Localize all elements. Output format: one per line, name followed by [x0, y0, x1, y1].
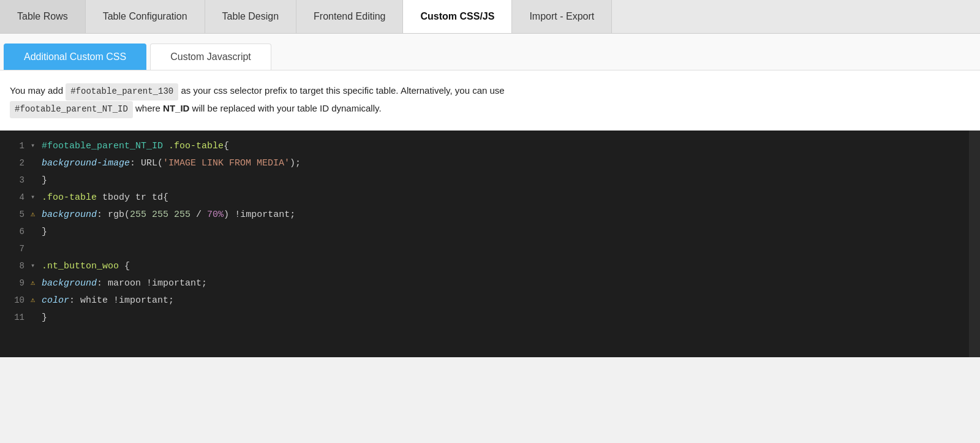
info-line2-prefix: where — [133, 103, 163, 113]
code-content: background: rgb(255 255 255 / 70%) !impo… — [42, 207, 973, 223]
code-content: } — [42, 173, 973, 189]
code-token: maroon — [108, 278, 146, 289]
code-editor[interactable]: 1▾#footable_parent_NT_ID .foo-table{2bac… — [0, 131, 980, 357]
code-token: !important — [235, 210, 290, 220]
code-line: 7 — [0, 241, 980, 258]
line-number: 2 — [7, 156, 24, 171]
code-token: tbody tr td — [97, 192, 163, 203]
code-token: } — [42, 312, 47, 323]
main-tabs-bar: Table Rows Table Configuration Table Des… — [0, 0, 980, 34]
code-token: background-image — [42, 158, 130, 168]
code-content: } — [42, 310, 973, 326]
code-content: } — [42, 224, 973, 240]
code-token: background — [42, 210, 97, 220]
code-content: background-image: URL('IMAGE LINK FROM M… — [42, 156, 973, 172]
code-token: #footable_parent_NT_ID — [42, 141, 163, 151]
tab-table-rows[interactable]: Table Rows — [0, 0, 86, 33]
code-line: 10⚠color: white !important; — [0, 292, 980, 309]
code-token: : — [97, 210, 108, 220]
line-number: 1 — [7, 139, 24, 154]
code-token: background — [42, 278, 97, 289]
code-token: { — [124, 261, 130, 271]
code-line: 6} — [0, 224, 980, 241]
line-number: 7 — [7, 242, 24, 257]
line-number: 5 — [7, 208, 24, 222]
info-text-block: You may add #footable_parent_130 as your… — [0, 70, 980, 131]
warning-icon: ⚠ — [31, 277, 39, 289]
info-line2-suffix: will be replaced with your table ID dyna… — [189, 103, 381, 113]
code-line: 9⚠background: maroon !important; — [0, 275, 980, 292]
fold-arrow-icon: ▾ — [31, 140, 39, 152]
code-line: 11} — [0, 309, 980, 327]
code-token — [119, 261, 124, 271]
sub-tab-additional-custom-css[interactable]: Additional Custom CSS — [4, 44, 146, 70]
line-number: 4 — [7, 191, 24, 205]
code-content: .nt_button_woo { — [42, 259, 973, 275]
info-code2: #footable_parent_NT_ID — [10, 101, 133, 118]
line-number: 10 — [7, 293, 24, 308]
code-token: 70% — [207, 210, 224, 220]
editor-scrollbar[interactable] — [969, 131, 980, 357]
code-line: 1▾#footable_parent_NT_ID .foo-table{ — [0, 138, 980, 155]
code-token: .nt_button_woo — [42, 261, 119, 271]
code-line: 3} — [0, 172, 980, 189]
fold-arrow-icon: ▾ — [31, 191, 39, 203]
sub-tab-custom-javascript[interactable]: Custom Javascript — [150, 44, 271, 70]
code-content: color: white !important; — [42, 293, 973, 309]
code-token: / — [190, 210, 207, 220]
code-token: 255 255 255 — [130, 210, 190, 220]
code-token: } — [42, 227, 47, 237]
sub-tabs-bar: Additional Custom CSS Custom Javascript — [0, 34, 980, 70]
code-token: ); — [290, 158, 301, 168]
code-token: color — [42, 295, 69, 306]
tab-import-export[interactable]: Import - Export — [512, 0, 612, 33]
code-token: } — [42, 175, 47, 186]
code-token: 'IMAGE LINK FROM MEDIA' — [163, 158, 290, 168]
tab-table-design[interactable]: Table Design — [205, 0, 297, 33]
code-content: background: maroon !important; — [42, 276, 973, 292]
line-number: 11 — [7, 311, 24, 325]
code-line: 4▾.foo-table tbody tr td{ — [0, 189, 980, 206]
code-line: 5⚠background: rgb(255 255 255 / 70%) !im… — [0, 206, 980, 224]
code-token: rgb( — [108, 210, 130, 220]
code-token: !important — [113, 295, 168, 306]
code-token: URL( — [141, 158, 163, 168]
code-content: .foo-table tbody tr td{ — [42, 190, 973, 206]
code-token: !important — [146, 278, 202, 289]
info-line1-suffix: as your css selector prefix to target th… — [178, 85, 504, 96]
code-token: ) — [224, 210, 235, 220]
code-token: ; — [290, 210, 295, 220]
code-token: white — [80, 295, 113, 306]
code-line: 8▾.nt_button_woo { — [0, 258, 980, 275]
warning-icon: ⚠ — [31, 294, 39, 306]
code-token: : — [97, 278, 108, 289]
content-area: Additional Custom CSS Custom Javascript … — [0, 34, 980, 357]
code-token: : — [130, 158, 141, 168]
code-content: #footable_parent_NT_ID .foo-table{ — [42, 138, 973, 154]
code-token: { — [163, 192, 168, 203]
line-number: 8 — [7, 259, 24, 274]
tab-frontend-editing[interactable]: Frontend Editing — [296, 0, 403, 33]
info-code1: #footable_parent_130 — [66, 83, 178, 100]
line-number: 3 — [7, 173, 24, 188]
code-token: : — [69, 295, 80, 306]
code-token: ; — [168, 295, 174, 306]
line-number: 6 — [7, 225, 24, 240]
code-token — [163, 141, 168, 151]
code-token: .foo-table — [42, 192, 97, 203]
code-line: 2background-image: URL('IMAGE LINK FROM … — [0, 155, 980, 172]
code-token: .foo-table — [168, 141, 224, 151]
line-number: 9 — [7, 276, 24, 291]
info-bold1: NT_ID — [163, 103, 189, 113]
tab-custom-css-js[interactable]: Custom CSS/JS — [403, 0, 512, 33]
info-line1-prefix: You may add — [10, 85, 66, 96]
warning-icon: ⚠ — [31, 208, 39, 221]
code-token: { — [224, 141, 229, 151]
fold-arrow-icon: ▾ — [31, 260, 39, 272]
tab-table-configuration[interactable]: Table Configuration — [86, 0, 205, 33]
code-token: ; — [202, 278, 207, 289]
